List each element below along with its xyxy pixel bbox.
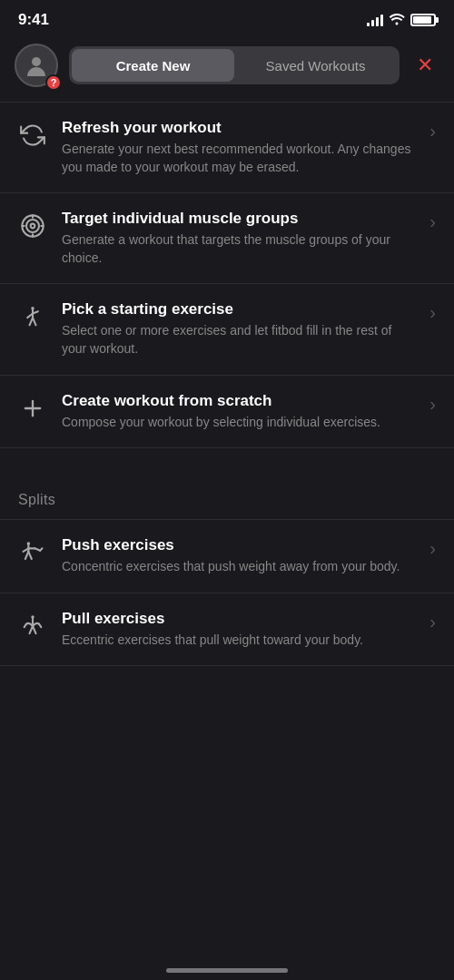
pull-title: Pull exercises bbox=[62, 610, 415, 628]
scratch-title: Create workout from scratch bbox=[62, 392, 415, 410]
signal-icon bbox=[367, 14, 383, 26]
pick-text: Pick a starting exercise Select one or m… bbox=[62, 300, 415, 358]
help-badge[interactable]: ? bbox=[45, 74, 62, 91]
pull-icon bbox=[18, 612, 47, 641]
scratch-desc: Compose your workout by selecting indivi… bbox=[62, 414, 415, 432]
pick-title: Pick a starting exercise bbox=[62, 300, 415, 318]
menu-item-refresh[interactable]: Refresh your workout Generate your next … bbox=[0, 103, 454, 192]
target-title: Target individual muscle groups bbox=[62, 210, 415, 228]
divider-bottom bbox=[0, 665, 454, 666]
splits-label: Splits bbox=[0, 470, 454, 519]
svg-point-2 bbox=[26, 220, 39, 232]
figure-icon bbox=[18, 302, 47, 331]
push-chevron: › bbox=[429, 538, 436, 559]
menu-item-pull[interactable]: Pull exercises Eccentric exercises that … bbox=[0, 593, 454, 666]
refresh-icon bbox=[18, 121, 47, 150]
target-icon bbox=[18, 211, 47, 240]
spacer bbox=[0, 448, 454, 470]
home-indicator bbox=[166, 968, 288, 973]
target-chevron: › bbox=[429, 211, 436, 232]
close-button[interactable]: ✕ bbox=[410, 51, 439, 80]
status-icons bbox=[367, 13, 436, 28]
pick-desc: Select one or more exercises and let fit… bbox=[62, 322, 415, 358]
tab-saved-workouts[interactable]: Saved Workouts bbox=[234, 49, 397, 82]
menu-item-target[interactable]: Target individual muscle groups Generate… bbox=[0, 193, 454, 283]
refresh-title: Refresh your workout bbox=[62, 119, 415, 137]
wifi-icon bbox=[389, 13, 405, 28]
scratch-chevron: › bbox=[429, 394, 436, 415]
svg-line-13 bbox=[33, 318, 36, 326]
refresh-text: Refresh your workout Generate your next … bbox=[62, 119, 415, 176]
push-desc: Concentric exercises that push weight aw… bbox=[62, 558, 415, 576]
svg-line-28 bbox=[25, 623, 26, 627]
svg-point-0 bbox=[32, 57, 41, 66]
plus-icon bbox=[18, 394, 47, 423]
svg-line-27 bbox=[33, 626, 36, 633]
svg-point-1 bbox=[22, 216, 43, 237]
svg-point-3 bbox=[31, 224, 35, 229]
status-bar: 9:41 bbox=[0, 0, 454, 36]
target-text: Target individual muscle groups Generate… bbox=[62, 210, 415, 267]
pull-desc: Eccentric exercises that pull weight tow… bbox=[62, 632, 415, 650]
pull-text: Pull exercises Eccentric exercises that … bbox=[62, 610, 415, 650]
status-time: 9:41 bbox=[18, 11, 49, 29]
svg-line-29 bbox=[39, 623, 41, 627]
scratch-text: Create workout from scratch Compose your… bbox=[62, 392, 415, 432]
svg-line-21 bbox=[28, 552, 32, 559]
push-text: Push exercises Concentric exercises that… bbox=[62, 536, 415, 576]
refresh-desc: Generate your next best recommended work… bbox=[62, 141, 415, 176]
menu-item-pick[interactable]: Pick a starting exercise Select one or m… bbox=[0, 284, 454, 374]
avatar-container: ? bbox=[15, 44, 58, 87]
svg-line-23 bbox=[40, 548, 42, 550]
pull-chevron: › bbox=[429, 612, 436, 632]
tab-segment: Create New Saved Workouts bbox=[69, 46, 400, 84]
tab-create-new[interactable]: Create New bbox=[72, 49, 234, 82]
target-desc: Generate a workout that targets the musc… bbox=[62, 231, 415, 267]
menu-item-push[interactable]: Push exercises Concentric exercises that… bbox=[0, 520, 454, 593]
refresh-chevron: › bbox=[429, 121, 436, 142]
push-icon bbox=[18, 538, 47, 567]
menu-item-scratch[interactable]: Create workout from scratch Compose your… bbox=[0, 376, 454, 448]
pick-chevron: › bbox=[429, 302, 436, 323]
battery-icon bbox=[410, 14, 436, 26]
header: ? Create New Saved Workouts ✕ bbox=[0, 36, 454, 102]
push-title: Push exercises bbox=[62, 536, 415, 554]
